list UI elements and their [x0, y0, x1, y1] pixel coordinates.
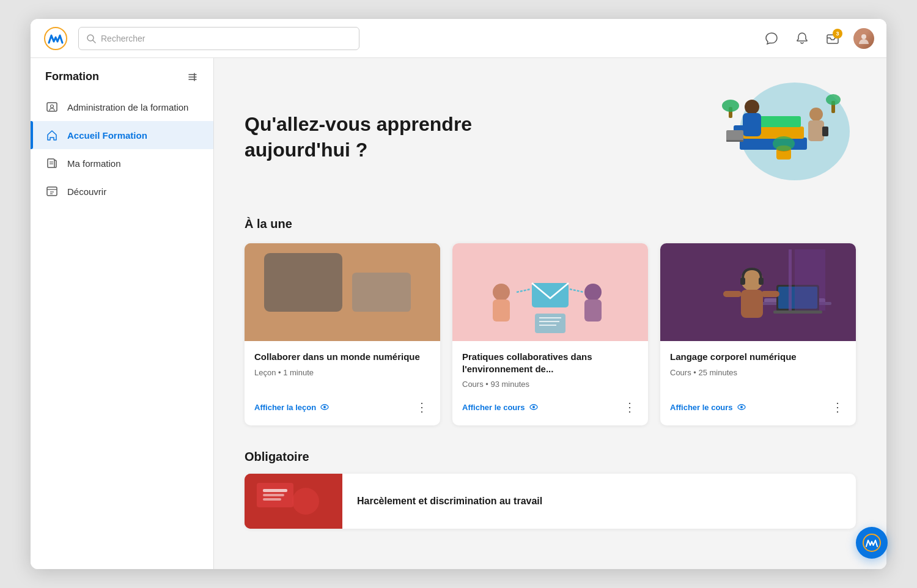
card-thumbnail-3: [660, 243, 856, 341]
svg-rect-4: [47, 103, 57, 111]
card-thumbnail-2: [452, 243, 648, 341]
sidebar-item-admin-label: Administration de la formation: [67, 102, 188, 112]
card-meta-1: Leçon • 1 minute: [254, 368, 430, 377]
sidebar-item-admin[interactable]: Administration de la formation: [31, 93, 213, 121]
svg-rect-53: [535, 314, 565, 333]
svg-rect-34: [274, 260, 337, 300]
sidebar-item-decouvrir-label: Découvrir: [67, 186, 106, 197]
card-meta-2: Cours • 93 minutes: [462, 380, 638, 389]
svg-point-80: [292, 488, 319, 515]
svg-rect-71: [789, 249, 792, 311]
chat-icon[interactable]: [762, 29, 781, 48]
card-more-button-2[interactable]: ⋮: [621, 399, 638, 416]
search-bar[interactable]: Rechercher: [78, 27, 359, 50]
svg-rect-43: [377, 303, 388, 312]
eye-icon-3: [737, 402, 746, 412]
sidebar-item-accueil[interactable]: Accueil Formation: [31, 121, 213, 149]
user-avatar[interactable]: [853, 28, 874, 49]
svg-rect-22: [808, 120, 824, 141]
search-placeholder: Rechercher: [101, 34, 145, 43]
svg-rect-79: [263, 498, 281, 501]
eye-icon-2: [529, 402, 539, 412]
svg-rect-66: [740, 277, 745, 285]
svg-rect-64: [773, 311, 822, 314]
obligatoire-title: Obligatoire: [245, 450, 856, 464]
sidebar-item-ma-formation[interactable]: Ma formation: [31, 149, 213, 177]
a-la-une-title: À la une: [245, 217, 856, 231]
svg-rect-17: [743, 113, 761, 136]
svg-rect-70: [723, 291, 742, 297]
card-link-2[interactable]: Afficher le cours: [462, 402, 539, 412]
card-title-1: Collaborer dans un monde numérique: [254, 351, 430, 363]
oblig-thumbnail: [245, 474, 342, 529]
svg-rect-23: [822, 127, 828, 136]
svg-rect-32: [269, 255, 342, 304]
svg-point-3: [861, 34, 866, 39]
svg-point-25: [722, 100, 739, 112]
hero-section: Qu'allez-vous apprendre aujourd'hui ?: [245, 83, 856, 193]
course-card-3[interactable]: Langage corporel numérique Cours • 25 mi…: [660, 243, 856, 425]
card-body-3: Langage corporel numérique Cours • 25 mi…: [660, 341, 856, 389]
home-icon: [45, 128, 59, 142]
svg-rect-39: [352, 312, 363, 325]
cards-grid: Collaborer dans un monde numérique Leçon…: [245, 243, 856, 425]
svg-point-30: [773, 136, 795, 151]
svg-rect-72: [795, 249, 825, 311]
card-title-3: Langage corporel numérique: [670, 351, 846, 363]
card-link-1[interactable]: Afficher la leçon: [254, 402, 330, 412]
notification-icon[interactable]: [792, 29, 812, 48]
svg-rect-31: [257, 243, 428, 341]
svg-rect-8: [47, 187, 57, 196]
obligatoire-item-1[interactable]: Harcèlement et discrimination au travail: [245, 474, 856, 529]
svg-rect-78: [263, 494, 284, 496]
eye-icon: [320, 402, 330, 412]
search-icon: [86, 34, 96, 43]
svg-point-36: [300, 272, 304, 276]
svg-point-35: [293, 265, 318, 289]
hero-text: Qu'allez-vous apprendre aujourd'hui ?: [245, 112, 472, 163]
floating-workday-button[interactable]: [856, 527, 888, 559]
svg-point-27: [826, 94, 841, 105]
svg-point-48: [493, 284, 510, 301]
course-card-1[interactable]: Collaborer dans un monde numérique Leçon…: [245, 243, 440, 425]
a-la-une-section: À la une: [245, 217, 856, 425]
course-card-2[interactable]: Pratiques collaboratives dans l'environn…: [452, 243, 648, 425]
sidebar-collapse-button[interactable]: [186, 71, 199, 83]
card-footer-1: Afficher la leçon ⋮: [245, 389, 440, 425]
discover-icon: [45, 185, 59, 198]
svg-point-51: [584, 284, 602, 301]
svg-point-16: [745, 100, 759, 114]
sidebar-item-decouvrir[interactable]: Découvrir: [31, 177, 213, 205]
svg-point-74: [740, 406, 743, 408]
hero-title: Qu'allez-vous apprendre aujourd'hui ?: [245, 112, 472, 163]
inbox-badge: 3: [833, 29, 842, 39]
svg-point-46: [323, 406, 326, 408]
sidebar-item-ma-formation-label: Ma formation: [67, 158, 121, 169]
card-thumbnail-1: [245, 243, 440, 341]
svg-rect-67: [759, 277, 764, 285]
card-footer-2: Afficher le cours ⋮: [452, 389, 648, 425]
sidebar-header: Formation: [31, 70, 213, 93]
svg-point-21: [809, 108, 823, 121]
body-row: Formation: [31, 58, 886, 569]
card-more-button-1[interactable]: ⋮: [413, 399, 430, 416]
svg-point-58: [532, 406, 535, 408]
card-link-3[interactable]: Afficher le cours: [670, 402, 746, 412]
obligatoire-section: Obligatoire Harcèlement et dis: [245, 450, 856, 529]
sidebar-nav: Administration de la formation Accueil F…: [31, 93, 213, 205]
svg-rect-40: [257, 322, 428, 341]
svg-line-1: [93, 40, 95, 43]
logo[interactable]: [43, 26, 68, 51]
svg-rect-19: [726, 130, 743, 141]
oblig-item-title: Harcèlement et discrimination au travail: [357, 496, 542, 507]
svg-point-42: [369, 276, 394, 293]
sidebar: Formation: [31, 58, 214, 569]
card-more-button-3[interactable]: ⋮: [829, 399, 846, 416]
inbox-icon[interactable]: 3: [823, 29, 842, 48]
book-icon: [45, 156, 59, 170]
oblig-content: Harcèlement et discrimination au travail: [342, 474, 557, 529]
sidebar-title: Formation: [45, 70, 99, 83]
floating-logo: [863, 534, 881, 552]
svg-rect-69: [761, 291, 779, 297]
workday-logo: [44, 27, 67, 50]
